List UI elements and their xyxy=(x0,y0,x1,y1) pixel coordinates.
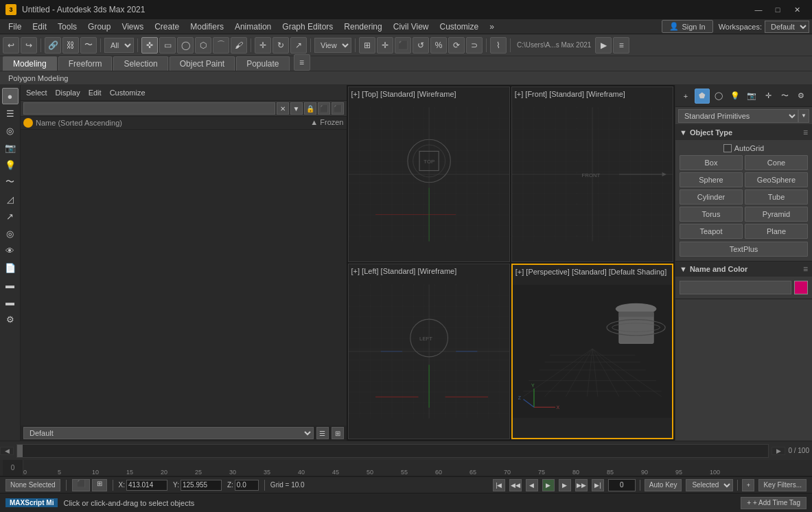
viewport-left[interactable]: LEFT [+] [Left] [Standard] [Wireframe] xyxy=(348,264,510,439)
sidebar-camera-btn[interactable]: 📷 xyxy=(2,139,19,156)
curve-editor[interactable]: ⌇ xyxy=(490,37,507,54)
viewport-top[interactable]: TOP [+] [Top] [Standard] [Wireframe] xyxy=(348,86,510,262)
menu-customize[interactable]: Customize xyxy=(434,19,485,34)
timeline-thumb[interactable] xyxy=(17,445,23,457)
maxscript-tag[interactable]: MAXScript Mi xyxy=(5,498,58,507)
sidebar-corner-btn[interactable]: ◿ xyxy=(2,191,19,207)
minimize-button[interactable]: — xyxy=(749,0,768,19)
maximize-button[interactable]: □ xyxy=(768,0,787,19)
viewport-perspective[interactable]: X Y Z [+] [Perspective] [Standard] [Defa… xyxy=(511,264,673,439)
obj-geosphere-btn[interactable]: GeoSphere xyxy=(745,172,808,187)
scene-search-input[interactable] xyxy=(23,102,275,115)
filter-dropdown[interactable]: All xyxy=(104,38,134,53)
next-frame-btn[interactable]: ▶▶ xyxy=(575,479,588,491)
menu-views[interactable]: Views xyxy=(116,19,149,34)
sidebar-gear-btn[interactable]: ⚙ xyxy=(2,311,19,327)
menu-rendering[interactable]: Rendering xyxy=(338,19,387,34)
name-color-header[interactable]: ▼ Name and Color ≡ xyxy=(675,261,812,277)
timeline-right-arrow[interactable]: ▶ xyxy=(772,447,785,455)
workspace-select[interactable]: Default xyxy=(765,21,809,33)
obj-box-btn[interactable]: Box xyxy=(680,155,743,170)
tab-selection[interactable]: Selection xyxy=(113,56,167,71)
scene-btn-2[interactable]: ⊞ xyxy=(332,427,344,439)
menu-group[interactable]: Group xyxy=(82,19,116,34)
lasso-select-button[interactable]: ⌒ xyxy=(213,37,229,54)
se-menu-select[interactable]: Select xyxy=(23,88,50,97)
menu-more[interactable]: » xyxy=(484,19,500,34)
x-value-input[interactable] xyxy=(126,480,167,491)
status-icon-1[interactable]: ⬛ xyxy=(72,479,90,491)
color-swatch[interactable] xyxy=(794,281,808,294)
add-time-tag-btn[interactable]: + + Add Time Tag xyxy=(741,497,807,509)
rp-system-btn[interactable]: ⚙ xyxy=(793,89,809,104)
next-key-btn[interactable]: ▶ xyxy=(559,479,571,491)
undo-button[interactable]: ↩ xyxy=(3,37,19,54)
rp-helper-btn[interactable]: ✛ xyxy=(761,89,776,104)
sidebar-circle-btn[interactable]: ◎ xyxy=(2,225,19,242)
obj-sphere-btn[interactable]: Sphere xyxy=(680,172,743,187)
snap3[interactable]: ⬛ xyxy=(395,37,411,54)
sidebar-eye-btn[interactable]: 👁 xyxy=(2,242,19,259)
menu-tools[interactable]: Tools xyxy=(52,19,82,34)
go-start-btn[interactable]: |◀ xyxy=(493,479,505,491)
link-button[interactable]: 🔗 xyxy=(45,37,61,54)
obj-teapot-btn[interactable]: Teapot xyxy=(680,224,743,239)
go-end-btn[interactable]: ▶| xyxy=(592,479,604,491)
scene-name-dropdown[interactable]: Default xyxy=(23,427,314,439)
sidebar-dash-btn[interactable]: ▬ xyxy=(2,277,19,293)
snap2[interactable]: ✛ xyxy=(377,37,393,54)
scale-button[interactable]: ↗ xyxy=(290,37,307,54)
prev-key-btn[interactable]: ◀ xyxy=(526,479,538,491)
viewport-front[interactable]: FRONT [+] [Front] [Standard] [Wireframe] xyxy=(511,86,673,262)
sidebar-doc-btn[interactable]: 📄 xyxy=(2,259,19,276)
auto-key-btn[interactable]: Auto Key xyxy=(645,479,682,491)
tab-freeform[interactable]: Freeform xyxy=(58,56,113,71)
rp-light-btn[interactable]: 💡 xyxy=(728,89,743,104)
options-btn[interactable]: ≡ xyxy=(613,37,629,54)
tab-populate[interactable]: Populate xyxy=(236,56,289,71)
percent-snap[interactable]: % xyxy=(430,37,447,54)
rp-geometry-btn[interactable]: ⬟ xyxy=(695,89,710,104)
se-menu-display[interactable]: Display xyxy=(53,88,83,97)
rp-add-btn[interactable]: + xyxy=(678,89,693,104)
se-menu-customize[interactable]: Customize xyxy=(107,88,148,97)
menu-create[interactable]: Create xyxy=(149,19,185,34)
sidebar-target-btn[interactable]: ◎ xyxy=(2,122,19,139)
rp-camera-btn[interactable]: 📷 xyxy=(744,89,759,104)
rotate-snap[interactable]: ↺ xyxy=(413,37,429,54)
bind-button[interactable]: 〜 xyxy=(80,37,97,54)
none-selected-btn[interactable]: None Selected xyxy=(5,479,60,491)
rp-space-warp-btn[interactable]: 〜 xyxy=(777,89,792,104)
add-key-btn[interactable]: + xyxy=(742,479,754,491)
se-clear-btn[interactable]: ✕ xyxy=(277,102,289,115)
obj-tube-btn[interactable]: Tube xyxy=(745,189,808,205)
se-filter-btn[interactable]: ▼ xyxy=(290,102,303,115)
prev-frame-btn[interactable]: ◀◀ xyxy=(509,479,522,491)
menu-edit[interactable]: Edit xyxy=(27,19,52,34)
select-button[interactable]: ✜ xyxy=(141,37,158,54)
sidebar-dash2-btn[interactable]: ▬ xyxy=(2,294,19,310)
spinner[interactable]: ⟳ xyxy=(448,37,465,54)
tab-modeling[interactable]: Modeling xyxy=(3,56,57,71)
selected-dropdown[interactable]: Selected xyxy=(686,479,733,491)
move-button[interactable]: ✛ xyxy=(255,37,271,54)
redo-button[interactable]: ↪ xyxy=(21,37,37,54)
sidebar-light-btn[interactable]: 💡 xyxy=(2,156,19,173)
fence-select-button[interactable]: ⬡ xyxy=(195,37,211,54)
sidebar-select-btn[interactable]: ● xyxy=(2,88,19,104)
rect-select-button[interactable]: ▭ xyxy=(159,37,176,54)
obj-cone-btn[interactable]: Cone xyxy=(745,155,808,170)
snap-btn[interactable]: ⊞ xyxy=(359,37,375,54)
obj-plane-btn[interactable]: Plane xyxy=(745,224,808,239)
sidebar-list-btn[interactable]: ☰ xyxy=(2,105,19,121)
unlink-button[interactable]: ⛓ xyxy=(62,37,79,54)
object-name-input[interactable] xyxy=(680,281,791,294)
mirror[interactable]: ⊃ xyxy=(466,37,483,54)
obj-textplus-btn[interactable]: TextPlus xyxy=(680,242,808,257)
view-dropdown[interactable]: View xyxy=(314,38,351,53)
paint-select-button[interactable]: 🖌 xyxy=(231,37,247,54)
tab-more-btn[interactable]: ≡ xyxy=(294,54,310,71)
circle-select-button[interactable]: ◯ xyxy=(177,37,194,54)
menu-animation[interactable]: Animation xyxy=(229,19,277,34)
obj-cylinder-btn[interactable]: Cylinder xyxy=(680,189,743,205)
